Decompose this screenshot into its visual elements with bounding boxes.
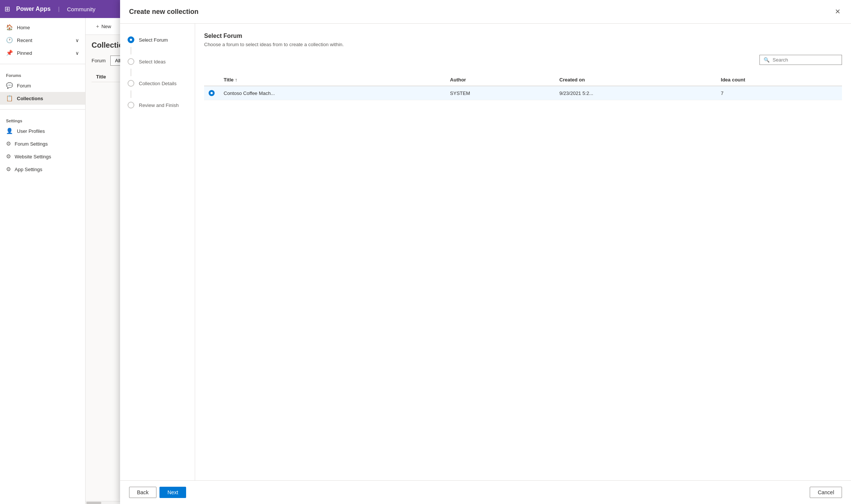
author-col-header: Author [445, 74, 555, 86]
sidebar-item-collections[interactable]: 📋 Collections [0, 92, 85, 105]
user-profiles-icon: 👤 [6, 128, 13, 134]
sidebar-item-forum-label: Forum [17, 83, 31, 89]
step-1-label: Select Forum [139, 37, 168, 43]
step-connector-2 [131, 69, 131, 76]
row-title-cell: Contoso Coffee Mach... [219, 86, 445, 100]
filter-label: Forum [92, 58, 106, 63]
main-layout: 🏠 Home 🕐 Recent ∨ 📌 Pinned ∨ Forums [0, 18, 851, 504]
new-button-label: New [101, 24, 111, 29]
forums-section-title: Forums [0, 69, 85, 79]
sidebar-item-website-settings[interactable]: ⚙ Website Settings [0, 150, 85, 163]
sidebar-item-home[interactable]: 🏠 Home [0, 21, 85, 34]
sidebar-settings-section: Settings 👤 User Profiles ⚙ Forum Setting… [0, 111, 85, 179]
pin-icon: 📌 [6, 50, 13, 56]
app-logo: Power Apps [16, 6, 51, 12]
sidebar-divider-1 [0, 64, 85, 64]
create-collection-modal: Create new collection ✕ Select Forum Sel… [120, 18, 851, 504]
chevron-down-icon-pinned: ∨ [75, 50, 79, 56]
step-select-ideas[interactable]: Select Ideas [120, 54, 195, 69]
cancel-button[interactable]: Cancel [810, 487, 842, 498]
settings-section-title: Settings [0, 114, 85, 125]
chevron-down-icon: ∨ [75, 38, 79, 43]
step-review-finish[interactable]: Review and Finish [120, 98, 195, 112]
topbar-separator: | [58, 6, 60, 12]
steps-panel: Select Forum Select Ideas Collection Det… [120, 24, 195, 480]
scrollbar-thumb [86, 502, 101, 504]
new-button[interactable]: + New [92, 21, 116, 32]
title-col-label: Title ↑ [224, 77, 238, 83]
forum-table-head: Title ↑ Author Created on Idea count [204, 74, 842, 86]
forum-settings-icon: ⚙ [6, 140, 11, 147]
home-icon: 🏠 [6, 24, 13, 31]
row-author-cell: SYSTEM [445, 86, 555, 100]
table-row[interactable]: Contoso Coffee Mach... SYSTEM 9/23/2021 … [204, 86, 842, 100]
radio-selected [209, 90, 215, 96]
row-created-on-cell: 9/23/2021 5:2... [555, 86, 716, 100]
app-name: Community [67, 6, 96, 12]
step-collection-details[interactable]: Collection Details [120, 76, 195, 90]
recent-icon: 🕐 [6, 37, 13, 44]
sidebar: 🏠 Home 🕐 Recent ∨ 📌 Pinned ∨ Forums [0, 18, 86, 504]
grid-icon[interactable]: ⊞ [5, 5, 10, 13]
sidebar-item-forum-settings[interactable]: ⚙ Forum Settings [0, 137, 85, 150]
new-icon: + [96, 23, 99, 29]
title-sort: Title ↑ [224, 77, 441, 83]
panel-subtitle: Choose a forum to select ideas from to c… [204, 42, 842, 47]
search-box: 🔍 [759, 55, 842, 65]
search-input[interactable] [773, 57, 838, 63]
forum-table-container: Title ↑ Author Created on Idea count [204, 74, 842, 471]
step-3-circle [128, 80, 134, 87]
step-2-circle [128, 58, 134, 65]
website-settings-icon: ⚙ [6, 153, 11, 160]
sidebar-item-collections-label: Collections [17, 96, 43, 101]
forum-table-header-row: Title ↑ Author Created on Idea count [204, 74, 842, 86]
forum-table: Title ↑ Author Created on Idea count [204, 74, 842, 100]
sidebar-item-forum[interactable]: 💬 Forum [0, 79, 85, 92]
panel-title: Select Forum [204, 33, 842, 39]
step-4-label: Review and Finish [139, 102, 179, 108]
select-col-header [204, 74, 219, 86]
idea-count-col-header: Idea count [716, 74, 842, 86]
search-row: 🔍 [204, 55, 842, 69]
forum-table-body: Contoso Coffee Mach... SYSTEM 9/23/2021 … [204, 86, 842, 100]
step-3-label: Collection Details [139, 81, 176, 86]
sidebar-nav-section: 🏠 Home 🕐 Recent ∨ 📌 Pinned ∨ [0, 18, 85, 62]
sidebar-item-user-profiles[interactable]: 👤 User Profiles [0, 125, 85, 137]
step-select-forum[interactable]: Select Forum [120, 33, 195, 47]
sidebar-item-website-settings-label: Website Settings [15, 154, 51, 159]
step-2-label: Select Ideas [139, 59, 166, 65]
modal-body: Select Forum Select Ideas Collection Det… [120, 24, 851, 480]
modal-footer: Back Next Cancel [120, 480, 851, 504]
row-select-cell[interactable] [204, 86, 219, 100]
sidebar-forums-section: Forums 💬 Forum 📋 Collections [0, 66, 85, 108]
sidebar-item-pinned-label: Pinned [17, 50, 32, 56]
collections-icon: 📋 [6, 95, 13, 102]
sidebar-item-recent-label: Recent [17, 38, 32, 43]
sidebar-item-app-settings[interactable]: ⚙ App Settings [0, 163, 85, 176]
step-connector-3 [131, 90, 131, 98]
step-4-circle [128, 102, 134, 108]
app-settings-icon: ⚙ [6, 166, 11, 173]
bg-table-title-col: Title [96, 74, 106, 80]
sidebar-item-app-settings-label: App Settings [15, 167, 42, 172]
created-on-col-header: Created on [555, 74, 716, 86]
step-connector-1 [131, 47, 131, 54]
row-idea-count-cell: 7 [716, 86, 842, 100]
sidebar-item-forum-settings-label: Forum Settings [15, 141, 48, 147]
sidebar-recent-group: Recent ∨ [17, 38, 79, 43]
search-icon: 🔍 [764, 57, 770, 63]
step-1-circle [128, 36, 134, 43]
modal-main-panel: Select Forum Choose a forum to select id… [195, 24, 851, 480]
back-button[interactable]: Back [129, 487, 156, 498]
next-button[interactable]: Next [159, 487, 186, 498]
sidebar-item-recent[interactable]: 🕐 Recent ∨ [0, 34, 85, 47]
sidebar-pinned-group: Pinned ∨ [17, 50, 79, 56]
forum-icon: 💬 [6, 82, 13, 89]
sidebar-divider-2 [0, 109, 85, 110]
modal-header: Create new collection ✕ [120, 18, 851, 24]
title-col-header[interactable]: Title ↑ [219, 74, 445, 86]
footer-left-buttons: Back Next [129, 487, 186, 498]
sidebar-item-pinned[interactable]: 📌 Pinned ∨ [0, 47, 85, 59]
sidebar-item-user-profiles-label: User Profiles [17, 128, 45, 134]
sidebar-item-home-label: Home [17, 25, 30, 30]
